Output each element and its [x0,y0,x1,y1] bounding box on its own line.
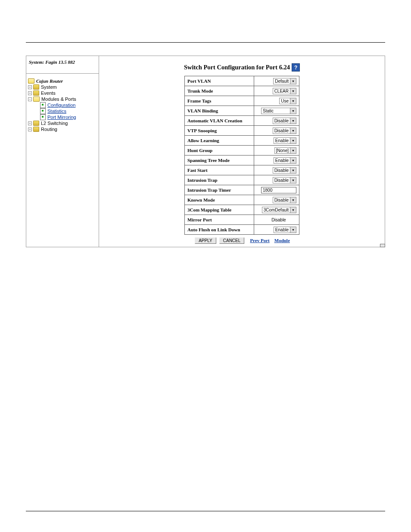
dropdown[interactable]: Static▼ [261,108,296,114]
chevron-down-icon[interactable]: ▼ [290,138,296,143]
table-row: Auto Flush on Link DownEnable▼ [185,225,299,235]
app-frame: System: Fagin 13.5 882 Cajun Router + Sy… [26,56,385,247]
folder-closed-icon [33,121,39,126]
sidebar: System: Fagin 13.5 882 Cajun Router + Sy… [26,56,99,247]
tree-root[interactable]: Cajun Router [28,78,97,84]
tree-item-port-mirroring[interactable]: Port Mirroring [28,114,97,120]
chevron-down-icon[interactable]: ▼ [290,88,296,94]
chevron-down-icon[interactable]: ▼ [290,177,296,183]
dropdown-value: Disable [273,198,290,202]
table-row: Mirror PortDisable [185,215,299,225]
field-control-cell: Static▼ [254,106,299,116]
field-control-cell: Disable▼ [254,126,299,136]
dropdown[interactable]: Use▼ [279,98,296,104]
table-row: 3Com Mapping Table3ComDefault▼ [185,205,299,215]
field-control-cell: Enable▼ [254,136,299,146]
table-row: Intrusion TrapDisable▼ [185,175,299,185]
expand-icon[interactable]: + [28,128,32,131]
system-title: System: Fagin 13.5 882 [26,56,99,74]
expand-icon[interactable]: + [28,85,32,89]
dropdown[interactable]: Enable▼ [274,137,296,144]
table-row: Frame TagsUse▼ [185,96,299,106]
chevron-down-icon[interactable]: ▼ [290,118,296,124]
dropdown-value: Static [262,109,290,113]
prev-port-link[interactable]: Prev Port [250,238,269,243]
tree-item-label: Events [41,90,56,96]
dropdown-value: Enable [274,138,290,143]
header-rule [26,42,385,43]
field-control-cell: 1800 [254,185,299,195]
field-control-cell: CLEAR▼ [254,86,299,96]
tree-item-l2-switching[interactable]: + L2 Switching [28,120,97,126]
scroll-handle-icon[interactable] [380,244,385,247]
field-label: 3Com Mapping Table [185,205,254,215]
collapse-icon[interactable]: − [28,97,32,101]
apply-button[interactable]: APPLY [195,237,216,244]
chevron-down-icon[interactable]: ▼ [290,158,296,163]
tree-item-configuration[interactable]: Configuration [28,102,97,108]
dropdown[interactable]: 3ComDefault▼ [262,207,296,213]
dropdown[interactable]: Enable▼ [274,157,296,164]
table-row: Known ModeDisable▼ [185,195,299,205]
dropdown[interactable]: Disable▼ [273,197,296,203]
table-row: Spanning Tree ModeEnable▼ [185,156,299,165]
chevron-down-icon[interactable]: ▼ [290,128,296,134]
nav-tree: Cajun Router + System + Events − Modules… [26,74,99,134]
tree-item-modules-ports[interactable]: − Modules & Ports [28,96,97,102]
dropdown[interactable]: Default▼ [273,78,296,84]
chevron-down-icon[interactable]: ▼ [290,168,296,173]
footer-rule [26,511,385,511]
field-control-cell: Enable▼ [254,156,299,165]
dropdown[interactable]: Disable▼ [273,118,296,124]
field-label: Port VLAN [185,76,254,86]
field-label: Auto Flush on Link Down [185,225,254,235]
cancel-button[interactable]: CANCEL [219,237,245,244]
chevron-down-icon[interactable]: ▼ [290,207,296,213]
page-title-row: Switch Port Configuration for Port 6.24 … [99,63,385,72]
chevron-down-icon[interactable]: ▼ [290,98,296,104]
folder-closed-icon [33,84,39,90]
dropdown-value: Disable [273,178,290,183]
dropdown[interactable]: Enable▼ [274,227,296,233]
main-panel: Switch Port Configuration for Port 6.24 … [99,56,385,247]
field-label: Fast Start [185,165,254,175]
field-label: Allow Learning [185,136,254,146]
field-control-cell: Default▼ [254,76,299,86]
dropdown[interactable]: [None]▼ [274,147,296,154]
static-value: Disable [261,218,296,222]
dropdown[interactable]: CLEAR▼ [273,88,296,94]
field-label: VTP Snooping [185,126,254,136]
dropdown[interactable]: Disable▼ [273,167,296,174]
chevron-down-icon[interactable]: ▼ [290,227,296,233]
doc-icon [40,102,46,108]
tree-item-routing[interactable]: + Routing [28,126,97,132]
dropdown[interactable]: Disable▼ [273,128,296,134]
help-icon[interactable]: ? [292,63,300,72]
field-label: Known Mode [185,195,254,205]
table-row: Trunk ModeCLEAR▼ [185,86,299,96]
module-link[interactable]: Module [274,238,290,243]
table-row: Fast StartDisable▼ [185,165,299,175]
page-title: Switch Port Configuration for Port 6.24 [184,64,290,71]
dropdown[interactable]: Disable▼ [273,177,296,184]
tree-item-system[interactable]: + System [28,84,97,90]
doc-icon [40,108,46,114]
dropdown-value: [None] [275,148,290,153]
dropdown-value: Default [274,79,290,84]
field-label: Intrusion Trap Timer [185,185,254,195]
chevron-down-icon[interactable]: ▼ [290,197,296,203]
table-row: Hunt Group[None]▼ [185,146,299,156]
text-input[interactable]: 1800 [261,187,296,193]
chevron-down-icon[interactable]: ▼ [290,148,296,153]
tree-item-statistics[interactable]: Statistics [28,108,97,114]
chevron-down-icon[interactable]: ▼ [290,78,296,84]
field-label: Hunt Group [185,146,254,156]
field-control-cell: Disable [254,215,299,225]
table-row: Automatic VLAN CreationDisable▼ [185,116,299,126]
tree-item-events[interactable]: + Events [28,90,97,96]
field-control-cell: Disable▼ [254,116,299,126]
chevron-down-icon[interactable]: ▼ [290,108,296,114]
tree-item-label: Routing [41,126,57,132]
expand-icon[interactable]: + [28,91,32,95]
expand-icon[interactable]: + [28,121,32,125]
